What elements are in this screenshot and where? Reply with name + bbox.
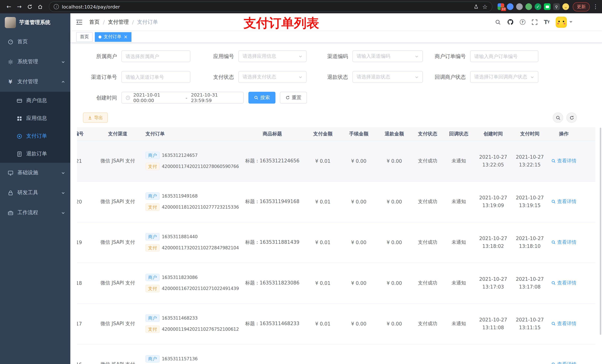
sidebar-item-system[interactable]: 系统管理 bbox=[0, 52, 70, 72]
merchant-input[interactable] bbox=[126, 53, 186, 59]
help-icon[interactable]: ? bbox=[520, 19, 525, 25]
forward-icon[interactable]: → bbox=[14, 1, 24, 12]
tab-home[interactable]: 首页 bbox=[76, 32, 93, 42]
search-toggle-button[interactable] bbox=[553, 113, 563, 123]
address-bar[interactable]: i localhost:1024/pay/order ☆ bbox=[49, 1, 492, 12]
cell-action: 查看详情 bbox=[548, 222, 580, 263]
merchant-order-no: 1635311823086 bbox=[162, 275, 197, 280]
refund-status-select[interactable]: 请选择退款状态 bbox=[353, 71, 423, 83]
sidebar-item-merchant-info[interactable]: 商户信息 bbox=[0, 92, 70, 110]
breadcrumb-payment[interactable]: 支付管理 bbox=[108, 19, 129, 25]
user-avatar[interactable] bbox=[556, 16, 567, 28]
github-icon[interactable] bbox=[507, 19, 514, 25]
table-row[interactable]: 18 微信 JSAPI 支付 商户 1635311823086 支付 42000… bbox=[77, 263, 595, 303]
reload-icon[interactable] bbox=[24, 1, 35, 12]
sidebar-item-workflow[interactable]: 工作流程 bbox=[0, 203, 70, 223]
pay-order-no: 4200001181202110277723215336 bbox=[162, 205, 239, 210]
view-detail-link[interactable]: 查看详情 bbox=[551, 280, 576, 286]
tab-pay-order[interactable]: 支付订单 × bbox=[95, 32, 131, 42]
share-icon[interactable] bbox=[473, 4, 479, 9]
site-info-icon[interactable]: i bbox=[54, 4, 59, 9]
hamburger-icon[interactable] bbox=[76, 19, 83, 25]
table-row[interactable]: 20 微信 JSAPI 支付 商户 1635311949168 支付 42000… bbox=[77, 181, 595, 222]
date-range-start[interactable]: 2021-10-01 00:00:00 bbox=[133, 92, 182, 103]
sidebar-item-infrastructure[interactable]: 基础设施 bbox=[0, 163, 70, 183]
clock-icon bbox=[126, 95, 130, 100]
profile-avatar-icon[interactable] bbox=[562, 3, 569, 10]
breadcrumb-home[interactable]: 首页 bbox=[89, 19, 100, 25]
extension-icon-chat[interactable] bbox=[544, 3, 550, 10]
back-icon[interactable]: ← bbox=[4, 1, 14, 12]
fullscreen-icon[interactable] bbox=[532, 19, 538, 25]
merchant-order-no: 1635311468233 bbox=[162, 316, 197, 321]
reset-button[interactable]: 重置 bbox=[280, 92, 307, 104]
extension-icon-gray[interactable] bbox=[516, 3, 523, 10]
close-icon[interactable]: × bbox=[124, 34, 128, 39]
merchant-select[interactable] bbox=[121, 50, 190, 62]
search-button[interactable]: 搜索 bbox=[248, 92, 275, 104]
chevron-down-icon bbox=[61, 171, 65, 175]
cell-amount bbox=[305, 344, 341, 364]
merchant-tag: 商户 bbox=[146, 355, 160, 363]
scrollbar-thumb[interactable] bbox=[600, 128, 601, 335]
cell-status: 支付成功 bbox=[412, 141, 443, 181]
cell-order: 商户 1635311468233 支付 42000011942021102767… bbox=[142, 303, 240, 344]
view-detail-link[interactable]: 查看详情 bbox=[551, 361, 576, 364]
table-row[interactable]: 16 微信 JSAPI 支付 商户 1635311157136 支付 bbox=[77, 344, 595, 364]
cell-title: 标题：1635311468233 bbox=[240, 303, 305, 344]
browser-menu-icon[interactable]: ⋮ bbox=[593, 3, 598, 10]
chevron-down-icon bbox=[61, 60, 65, 64]
view-detail-link[interactable]: 查看详情 bbox=[551, 198, 576, 205]
channel-order-no-field[interactable] bbox=[121, 71, 190, 83]
cell-channel: 微信 JSAPI 支付 bbox=[94, 263, 142, 303]
sidebar-item-label: 应用信息 bbox=[26, 115, 65, 122]
merchant-order-no-input[interactable] bbox=[474, 53, 534, 59]
sidebar-item-home[interactable]: 首页 bbox=[0, 32, 70, 52]
extension-icon-blue[interactable] bbox=[507, 3, 514, 10]
sidebar-item-payment[interactable]: ¥ 支付管理 bbox=[0, 72, 70, 92]
merchant-order-no-field[interactable] bbox=[470, 50, 538, 62]
table-row[interactable]: 17 微信 JSAPI 支付 商户 1635311468233 支付 42000… bbox=[77, 303, 595, 344]
sidebar-item-refund-order[interactable]: 退款订单 bbox=[0, 145, 70, 163]
view-detail-link[interactable]: 查看详情 bbox=[551, 239, 576, 246]
channel-code-select[interactable]: 请输入渠道编码 bbox=[353, 50, 423, 62]
cell-id: 19 bbox=[77, 222, 94, 263]
browser-update-button[interactable]: 更新 bbox=[573, 2, 590, 11]
lock-icon bbox=[7, 190, 13, 196]
cell-action: 查看详情 bbox=[548, 303, 580, 344]
cell-title bbox=[240, 344, 305, 364]
channel-order-no-input[interactable] bbox=[126, 74, 186, 80]
app-select[interactable]: 请选择应用信息 bbox=[238, 50, 307, 62]
extension-icon-check[interactable]: ✓ bbox=[535, 3, 541, 10]
cell-paid-time: 2021-10-2713:18:10 bbox=[512, 222, 548, 263]
user-menu[interactable] bbox=[556, 16, 572, 28]
sidebar-item-dev-tools[interactable]: 研发工具 bbox=[0, 183, 70, 203]
bookmark-star-icon[interactable]: ☆ bbox=[482, 3, 488, 10]
url-text[interactable]: localhost:1024/pay/order bbox=[62, 4, 470, 10]
table-row[interactable]: 21 微信 JSAPI 支付 商户 1635312124657 支付 42000… bbox=[77, 141, 595, 181]
sidebar-item-app-info[interactable]: 应用信息 bbox=[0, 110, 70, 127]
extensions-pin-icon[interactable]: ⚲ bbox=[553, 3, 560, 10]
create-time-range-picker[interactable]: 2021-10-01 00:00:00 - 2021-10-31 23:59:5… bbox=[121, 92, 244, 104]
callback-status-select[interactable]: 请选择订单回调商户状态 bbox=[470, 71, 538, 83]
home-icon[interactable] bbox=[35, 1, 45, 12]
cell-created-time: 2021-10-2713:19:09 bbox=[474, 181, 512, 222]
pay-status-select[interactable]: 请选择支付状态 bbox=[238, 71, 307, 83]
browser-chrome: ← → i localhost:1024/pay/order ☆ 10 bbox=[0, 0, 602, 13]
filter-label: 渠道订单号 bbox=[77, 71, 121, 83]
cell-channel: 微信 JSAPI 支付 bbox=[94, 303, 142, 344]
search-icon[interactable] bbox=[495, 19, 501, 25]
table-row[interactable]: 19 微信 JSAPI 支付 商户 1635311881440 支付 42000… bbox=[77, 222, 595, 263]
cell-order: 商户 1635311949168 支付 42000011812021102777… bbox=[142, 181, 240, 222]
sidebar-item-pay-order[interactable]: 支付订单 bbox=[0, 127, 70, 145]
export-button[interactable]: 导出 bbox=[83, 113, 108, 123]
refresh-button[interactable] bbox=[567, 113, 577, 123]
font-size-icon[interactable]: TT bbox=[544, 19, 549, 25]
cell-id: 18 bbox=[77, 263, 94, 303]
date-range-end[interactable]: 2021-10-31 23:59:59 bbox=[191, 92, 239, 103]
view-detail-link[interactable]: 查看详情 bbox=[551, 320, 576, 327]
sidebar: 芋道管理系统 首页 系统管理 bbox=[0, 13, 70, 364]
extension-icon-green[interactable] bbox=[525, 3, 532, 10]
extension-icon-colorful[interactable]: 10 bbox=[498, 3, 504, 10]
view-detail-link[interactable]: 查看详情 bbox=[551, 157, 576, 164]
